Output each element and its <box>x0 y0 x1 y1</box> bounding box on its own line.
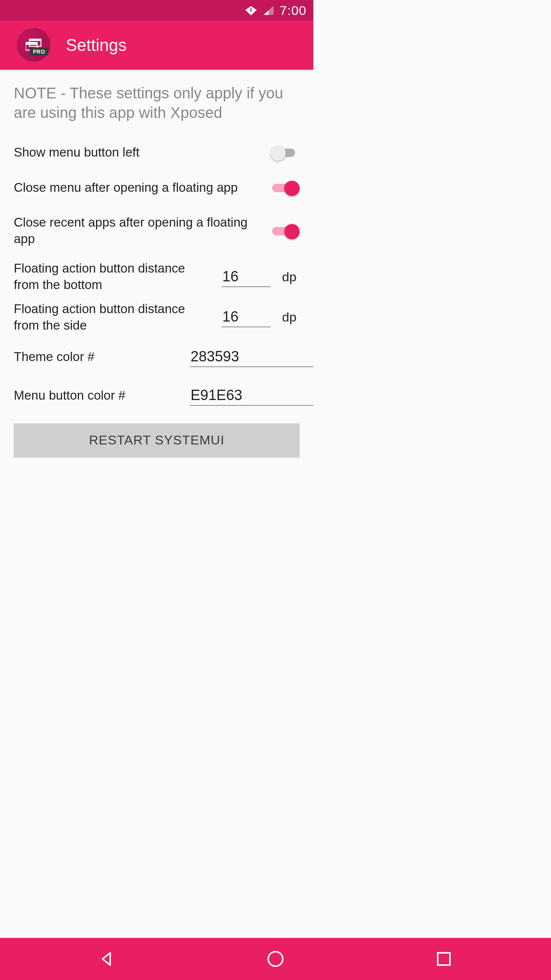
unit-label: dp <box>282 310 300 325</box>
pro-badge: PRO <box>30 48 48 56</box>
setting-menu-color: Menu button color # <box>14 376 300 415</box>
setting-label: Close menu after opening a floating app <box>14 180 259 196</box>
app-icon: PRO <box>17 28 51 62</box>
setting-label: Menu button color # <box>14 388 178 403</box>
settings-note: NOTE - These settings only apply if you … <box>14 83 300 122</box>
status-bar: 7:00 <box>0 0 313 21</box>
restart-systemui-button[interactable]: RESTART SYSTEMUI <box>14 423 300 457</box>
page-title: Settings <box>66 36 127 55</box>
setting-fab-bottom: Floating action button distance from the… <box>14 256 300 297</box>
svg-rect-3 <box>26 42 37 45</box>
status-time: 7:00 <box>280 3 306 18</box>
menu-color-input[interactable] <box>190 385 313 406</box>
setting-label: Theme color # <box>14 350 178 364</box>
theme-color-input[interactable] <box>190 347 313 367</box>
cell-signal-icon <box>263 5 274 16</box>
fab-bottom-input[interactable] <box>222 267 271 287</box>
setting-label: Floating action button distance from the… <box>14 260 210 293</box>
fab-side-input[interactable] <box>222 307 271 327</box>
app-bar: PRO Settings <box>0 21 313 70</box>
settings-content: NOTE - These settings only apply if you … <box>0 70 313 457</box>
setting-label: Close recent apps after opening a floati… <box>14 214 259 247</box>
switch-close-menu-after[interactable] <box>271 179 300 196</box>
setting-fab-side: Floating action button distance from the… <box>14 297 300 338</box>
setting-label: Show menu button left <box>14 144 259 161</box>
setting-close-recent-after[interactable]: Close recent apps after opening a floati… <box>14 205 300 256</box>
setting-show-menu-left[interactable]: Show menu button left <box>14 135 300 170</box>
setting-label: Floating action button distance from the… <box>14 301 210 334</box>
wifi-icon <box>245 5 258 16</box>
svg-rect-1 <box>29 39 41 41</box>
switch-close-recent-after[interactable] <box>271 222 300 239</box>
setting-theme-color: Theme color # <box>14 338 300 376</box>
switch-show-menu-left[interactable] <box>271 144 300 161</box>
unit-label: dp <box>282 270 300 284</box>
setting-close-menu-after[interactable]: Close menu after opening a floating app <box>14 170 300 205</box>
